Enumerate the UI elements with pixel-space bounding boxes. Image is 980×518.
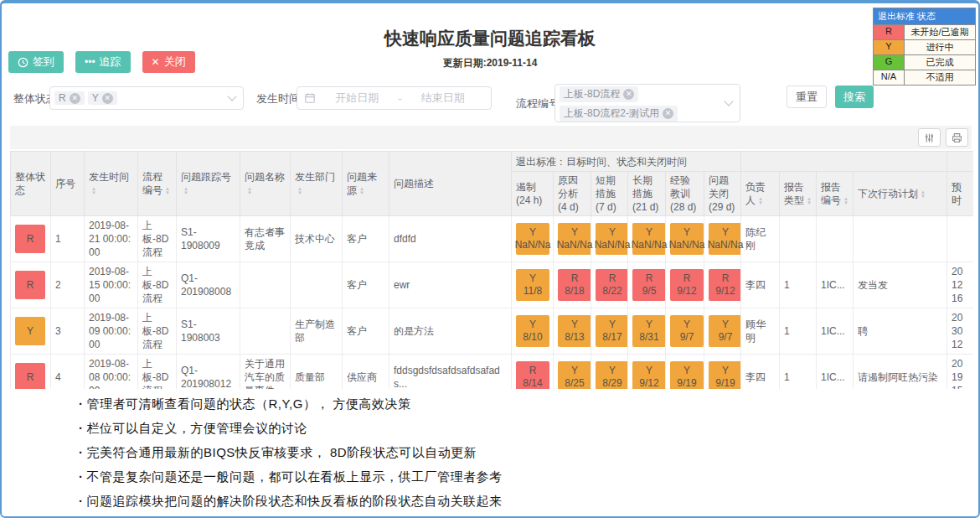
cell-seq: 4 (51, 355, 85, 390)
cell-stage: YNaN/Na (704, 216, 741, 262)
stage-date: 9/5 (642, 285, 657, 298)
column-settings-button[interactable] (918, 128, 941, 147)
stage-badge: YNaN/Na (596, 223, 629, 255)
cell-flow: 上板-8D流程 (138, 262, 177, 308)
overall-status-badge: R (15, 225, 45, 253)
search-button[interactable]: 搜索 (835, 85, 874, 108)
stage-status: Y (683, 226, 690, 239)
problem-table-wrap: 整体状态序号发生时间▲▼流程编号▲▼问题跟踪号▲▼问题名称▲▼发生部门▲▼问题来… (10, 151, 973, 389)
stage-status: R (646, 272, 653, 285)
sort-down-arrow: ▼ (758, 201, 763, 205)
ellipsis-icon: ••• (85, 57, 95, 67)
exit-criteria-group-header: 退出标准：目标时间、状态和关闭时间 (512, 152, 741, 172)
column-header[interactable]: 问题来源▲▼ (343, 152, 389, 216)
cell-stage: R9/12 (666, 262, 704, 308)
close-label: 关闭 (164, 54, 186, 70)
table-toolbar (10, 126, 972, 149)
cell-track-no: S1-1908009 (177, 216, 240, 262)
cell-seq: 3 (51, 308, 85, 355)
column-header[interactable]: 发生部门▲▼ (291, 152, 343, 216)
stage-status: Y (571, 365, 578, 377)
stage-status: Y (609, 319, 616, 331)
column-header[interactable]: 流程编号▲▼ (138, 152, 177, 216)
tag-remove-icon[interactable]: ✕ (70, 93, 80, 104)
stage-badge: R8/14 (516, 361, 549, 389)
legend-status-code: N/A (874, 70, 905, 85)
cell-dept (291, 262, 343, 308)
note-item: ·完美符合通用最新的BIQS快反审核要求， 8D阶段状态可以自动更新 (79, 444, 503, 461)
sort-icon: ▲▼ (297, 187, 302, 195)
stage-column-header: 经验教训(28 d) (666, 172, 704, 216)
stage-column-header: 长期措施(21 d) (628, 172, 666, 216)
cell-report-no (817, 216, 854, 262)
note-bullet-icon: · (79, 420, 84, 437)
table-row: R22019-08-15 00:00:00上板-8D流程Q1-201908008… (11, 262, 974, 308)
cell-stage: Y8/17 (591, 308, 628, 355)
cell-stage: Y8/25 (554, 355, 591, 390)
cell-dept: 质量部 (291, 355, 343, 390)
column-header[interactable]: 发生时间▲▼ (85, 152, 138, 216)
track-button[interactable]: ••• 追踪 (75, 51, 131, 73)
stage-status: Y (609, 365, 616, 377)
stage-status: Y (529, 226, 536, 239)
note-item: ·不管是复杂问题还是一般问题，都可以在看板上显示，供工厂管理者参考 (79, 469, 503, 485)
legend-row: G已完成 (874, 55, 975, 70)
sort-down-arrow: ▼ (183, 191, 188, 195)
print-button[interactable] (946, 128, 968, 147)
cell-problem-name (240, 308, 291, 355)
sort-icon: ▲▼ (758, 197, 763, 205)
cell-flow: 上板-8D流程 (138, 355, 177, 390)
stage-date: 8/25 (565, 377, 584, 389)
cell-occur-time: 2019-08-09 00:00:00 (85, 308, 138, 355)
tag-remove-icon[interactable]: ✕ (663, 108, 673, 119)
overall-status-badge: Y (15, 317, 45, 345)
stage-status: Y (609, 226, 616, 239)
column-header[interactable]: 报告类型▲▼ (780, 172, 817, 216)
cell-stage: YNaN/Na (512, 216, 554, 262)
page-title: 快速响应质量问题追踪看板 (2, 27, 978, 50)
stage-badge: YNaN/Na (632, 223, 666, 255)
cell-report-type: 1 (780, 262, 817, 308)
stage-column-header: 原因分析(4 d) (554, 172, 591, 216)
sort-icon: ▲▼ (165, 187, 170, 195)
sign-in-button[interactable]: 签到 (8, 51, 64, 73)
note-text: 问题追踪模块把问题的解决阶段状态和快反看板的阶段状态自动关联起来 (87, 493, 503, 510)
cell-eta (947, 216, 973, 262)
date-range-input[interactable]: 开始日期 - 结束日期 (297, 86, 492, 110)
stage-status: Y (529, 319, 536, 331)
cell-source: 客户 (343, 262, 389, 308)
cell-desc: ewr (389, 262, 512, 308)
date-start-placeholder: 开始日期 (316, 91, 398, 106)
column-header[interactable]: 下次行动计划▲▼ (854, 172, 947, 216)
column-header[interactable]: 报告编号▲▼ (817, 172, 854, 216)
flow-select[interactable]: 上板-8D流程✕上板-8D流程2-测试用✕ (554, 84, 740, 122)
cell-stage: Y8/10 (512, 308, 554, 355)
stage-status: R (571, 272, 579, 285)
close-button[interactable]: ✕ 关闭 (142, 51, 195, 73)
stage-date: NaN/Na (595, 239, 631, 251)
column-header: 预 时 (947, 172, 973, 216)
sort-icon: ▲▼ (921, 190, 926, 199)
tag-remove-icon[interactable]: ✕ (102, 93, 113, 104)
cell-eta: 20 30 12 (947, 308, 973, 355)
column-header[interactable]: 负责人▲▼ (741, 172, 780, 216)
column-settings-icon (924, 132, 935, 143)
stage-status: Y (722, 226, 729, 239)
sort-down-arrow: ▼ (165, 191, 170, 195)
stage-date: 8/10 (523, 331, 542, 344)
column-header[interactable]: 问题名称▲▼ (240, 152, 291, 216)
stage-date: 8/13 (565, 331, 584, 344)
reset-button[interactable]: 重置 (787, 85, 827, 108)
note-text: 不管是复杂问题还是一般问题，都可以在看板上显示，供工厂管理者参考 (87, 469, 503, 485)
flow-tag: 上板-8D流程✕ (560, 86, 638, 102)
status-select[interactable]: R✕Y✕ (49, 86, 244, 110)
cell-occur-time: 2019-08-21 00:00:00 (85, 216, 138, 262)
stage-badge: YNaN/Na (670, 223, 704, 255)
note-bullet-icon: · (79, 396, 84, 412)
cell-track-no: S1-1908003 (177, 308, 240, 355)
cell-stage: Y9/7 (704, 308, 741, 355)
column-header[interactable]: 问题跟踪号▲▼ (177, 152, 240, 216)
tag-remove-icon[interactable]: ✕ (623, 89, 634, 100)
cell-problem-name: 关于通用汽车的质量事件 (240, 355, 291, 390)
stage-date: 8/29 (602, 377, 622, 389)
